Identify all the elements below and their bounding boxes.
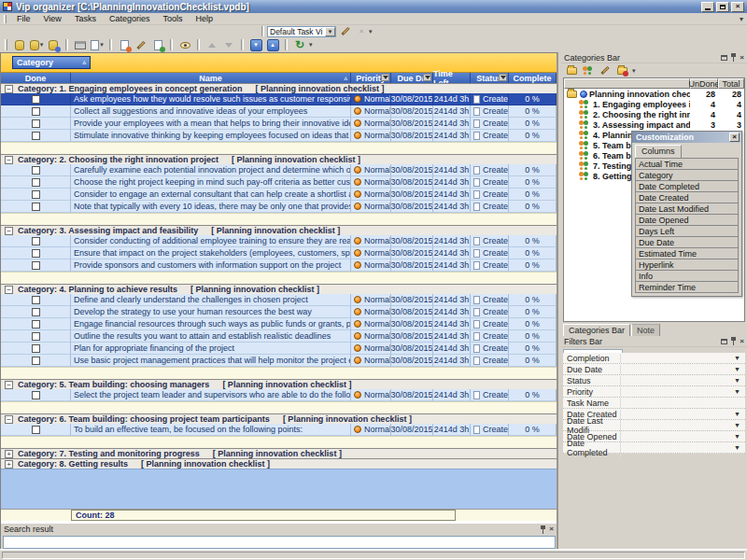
complete-cell[interactable]: 0 % (509, 93, 557, 105)
priority-cell[interactable]: Normal (351, 105, 391, 118)
collapse-all-icon[interactable]: ▴ (264, 38, 281, 52)
due-date-cell[interactable]: 30/08/2015 (391, 93, 433, 105)
time-left-cell[interactable]: 2414d 3h (433, 118, 471, 130)
task-name-cell[interactable]: Consider to engage an external consultan… (71, 189, 351, 201)
time-left-cell[interactable]: 2414d 3h (433, 176, 471, 189)
time-left-cell[interactable]: 2414d 3h (433, 259, 471, 272)
done-cell[interactable] (1, 306, 71, 318)
status-cell[interactable]: Created (471, 176, 509, 189)
done-cell[interactable] (1, 247, 71, 259)
duplicate-task-icon[interactable] (149, 38, 166, 52)
edit-category-icon[interactable] (598, 64, 613, 77)
float-panel-icon[interactable] (721, 339, 727, 344)
done-checkbox[interactable] (32, 178, 40, 187)
column-list-item[interactable]: Hyperlink (635, 259, 739, 271)
done-cell[interactable] (1, 201, 71, 213)
tree-header-blank[interactable] (564, 78, 690, 89)
priority-cell[interactable]: Normal (351, 259, 391, 272)
done-checkbox[interactable] (32, 296, 40, 304)
tab-categories-bar[interactable]: Categories Bar (563, 324, 630, 336)
complete-cell[interactable]: 0 % (509, 259, 557, 272)
task-view-combo[interactable]: Default Task Vi ▾ (267, 26, 336, 37)
task-row[interactable]: Consider conducting of additional employ… (1, 235, 557, 247)
collapse-icon[interactable]: − (5, 85, 13, 93)
complete-cell[interactable]: 0 % (509, 424, 557, 436)
category-group-row[interactable]: −Category: 3. Assessing impact and feasi… (1, 225, 557, 235)
complete-cell[interactable]: 0 % (509, 189, 557, 201)
done-cell[interactable] (1, 259, 71, 272)
time-left-cell[interactable]: 2414d 3h (433, 201, 471, 213)
filter-dropdown-icon[interactable]: ▼ (734, 355, 745, 361)
complete-cell[interactable]: 0 % (509, 306, 557, 318)
status-cell[interactable]: Created (471, 247, 509, 259)
task-name-cell[interactable]: Plan for appropriate financing of the pr… (71, 343, 351, 355)
complete-cell[interactable]: 0 % (509, 118, 557, 130)
task-row[interactable]: Ensure that impact on the project stakeh… (1, 247, 557, 259)
close-button[interactable]: × (731, 2, 744, 12)
delete-category-icon[interactable] (614, 64, 629, 77)
complete-cell[interactable]: 0 % (509, 201, 557, 213)
due-date-cell[interactable]: 30/08/2015 (391, 176, 433, 189)
pin-icon[interactable] (730, 53, 737, 62)
status-cell[interactable]: Created (471, 424, 509, 436)
task-name-cell[interactable]: Provide your employees with a mean that … (71, 118, 351, 130)
complete-cell[interactable]: 0 % (509, 330, 557, 343)
task-row[interactable]: Develop the strategy to use your human r… (1, 306, 557, 318)
filter-dropdown-icon[interactable]: ▼ (734, 433, 745, 440)
collapse-icon[interactable]: − (5, 415, 13, 424)
filter-dropdown-icon[interactable]: ▼ (734, 422, 745, 428)
priority-cell[interactable]: Normal (351, 118, 391, 130)
filter-dropdown-icon[interactable] (499, 74, 507, 81)
category-group-row[interactable]: +Category: 7. Testing and monitoring pro… (1, 448, 557, 458)
close-panel-icon[interactable]: × (740, 54, 744, 62)
filter-dropdown-icon[interactable]: ▼ (734, 388, 745, 395)
menu-item-categories[interactable]: Categories (103, 13, 157, 24)
save-database-icon[interactable] (45, 38, 62, 52)
done-cell[interactable] (1, 355, 71, 367)
status-cell[interactable]: Created (471, 93, 509, 105)
due-date-cell[interactable]: 30/08/2015 (391, 318, 433, 330)
task-name-cell[interactable]: Collect all suggestions and innovative i… (71, 105, 351, 118)
task-name-cell[interactable]: Provide sponsors and customers with info… (71, 259, 351, 272)
complete-cell[interactable]: 0 % (509, 235, 557, 247)
status-cell[interactable]: Created (471, 118, 509, 130)
customization-caption[interactable]: Customization × (632, 132, 741, 143)
minimize-button[interactable] (701, 2, 714, 12)
priority-cell[interactable]: Normal (351, 93, 391, 105)
task-row[interactable]: Stimulate innovative thinking by keeping… (1, 130, 557, 142)
column-list-item[interactable]: Days Left (635, 226, 739, 237)
column-list-item[interactable]: Category (635, 170, 739, 181)
time-left-cell[interactable]: 2414d 3h (433, 105, 471, 118)
task-name-cell[interactable]: Ask employees how they would resolve suc… (71, 93, 351, 105)
tree-item[interactable]: 3. Assessing impact and feasibil33 (564, 119, 744, 130)
time-left-cell[interactable]: 2414d 3h (433, 164, 471, 176)
category-group-row[interactable]: −Category: 1. Engaging employees in conc… (1, 83, 557, 93)
done-cell[interactable] (1, 105, 71, 118)
done-checkbox[interactable] (32, 261, 40, 270)
status-cell[interactable]: Created (471, 105, 509, 118)
status-cell[interactable]: Created (471, 189, 509, 201)
done-checkbox[interactable] (32, 203, 40, 211)
done-cell[interactable] (1, 343, 71, 355)
column-list-item[interactable]: Actual Time (635, 159, 739, 170)
pin-icon[interactable] (730, 337, 737, 345)
restore-button[interactable] (716, 2, 729, 12)
edit-view-icon[interactable] (339, 26, 352, 37)
priority-cell[interactable]: Normal (351, 355, 391, 367)
delete-view-icon[interactable]: × (355, 26, 368, 37)
task-name-cell[interactable]: Use basic project management practices t… (71, 355, 351, 367)
tab-note[interactable]: Note (631, 324, 660, 336)
column-header-priority[interactable]: Priority (351, 73, 391, 83)
collapse-icon[interactable]: − (5, 227, 13, 235)
task-name-cell[interactable]: Choose the right project keeping in mind… (71, 176, 351, 189)
done-checkbox[interactable] (32, 119, 40, 128)
done-cell[interactable] (1, 424, 71, 436)
complete-cell[interactable]: 0 % (509, 294, 557, 306)
menu-overflow-chevron-icon[interactable]: ▾ (740, 15, 743, 23)
status-cell[interactable]: Created (471, 343, 509, 355)
priority-cell[interactable]: Normal (351, 318, 391, 330)
print-preview-icon[interactable]: ▾ (89, 38, 106, 52)
filter-dropdown-icon[interactable]: ▼ (734, 444, 745, 451)
categories-toolbar-chevron-icon[interactable]: ▾ (632, 67, 636, 75)
complete-cell[interactable]: 0 % (509, 355, 557, 367)
